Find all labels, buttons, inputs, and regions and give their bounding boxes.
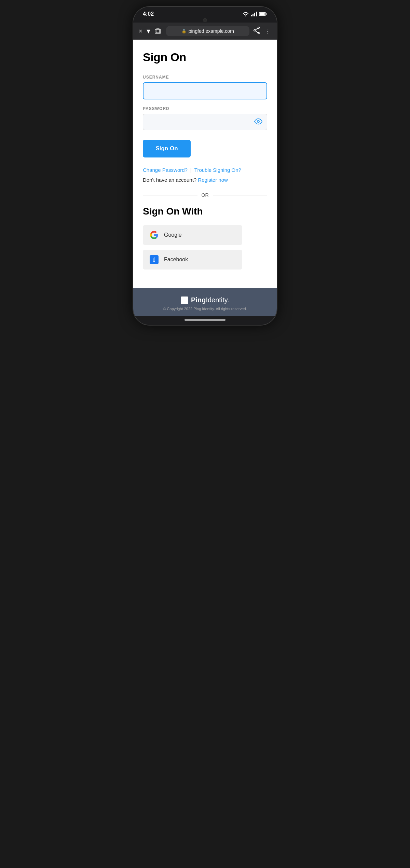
home-bar bbox=[133, 316, 277, 325]
trouble-signing-on-link[interactable]: Trouble Signing On? bbox=[194, 167, 241, 173]
sign-on-button[interactable]: Sign On bbox=[143, 140, 191, 157]
facebook-icon: f bbox=[150, 255, 159, 264]
or-line-left bbox=[143, 195, 197, 195]
toggle-password-button[interactable] bbox=[254, 119, 262, 126]
or-text: OR bbox=[202, 192, 209, 198]
password-input[interactable] bbox=[143, 114, 267, 130]
address-bar[interactable]: 🔒 pingfed.example.com bbox=[166, 26, 249, 36]
page-content: Sign On USERNAME PASSWORD Sign O bbox=[133, 40, 277, 288]
page-title: Sign On bbox=[143, 51, 267, 64]
camera-notch bbox=[133, 19, 277, 23]
dropdown-button[interactable]: ▾ bbox=[147, 27, 150, 35]
svg-line-8 bbox=[255, 31, 258, 33]
password-label: PASSWORD bbox=[143, 106, 267, 111]
or-line-right bbox=[213, 195, 268, 195]
google-icon bbox=[150, 231, 159, 239]
svg-line-9 bbox=[255, 28, 258, 30]
password-field-group: PASSWORD bbox=[143, 106, 267, 130]
phone-frame: 4:02 bbox=[133, 7, 277, 325]
status-time: 4:02 bbox=[143, 11, 154, 17]
facebook-sign-on-button[interactable]: f Facebook bbox=[143, 250, 242, 270]
ping-square-logo bbox=[181, 297, 188, 304]
status-icons bbox=[243, 12, 267, 16]
signal-icon bbox=[251, 12, 257, 16]
or-divider: OR bbox=[143, 192, 267, 198]
svg-rect-1 bbox=[259, 13, 264, 15]
footer: PingIdentity. © Copyright 2022 Ping Iden… bbox=[133, 288, 277, 316]
password-wrapper bbox=[143, 114, 267, 130]
register-row: Don't have an account? Register now bbox=[143, 177, 267, 183]
svg-rect-2 bbox=[266, 13, 267, 14]
change-password-link[interactable]: Change Password? bbox=[143, 167, 188, 173]
google-sign-on-button[interactable]: Google bbox=[143, 225, 242, 245]
ping-brand-text: PingIdentity. bbox=[191, 296, 229, 304]
wifi-icon bbox=[243, 12, 249, 16]
lock-icon: 🔒 bbox=[181, 29, 187, 33]
google-label: Google bbox=[164, 232, 182, 238]
username-input[interactable] bbox=[143, 82, 267, 99]
username-field-group: USERNAME bbox=[143, 75, 267, 106]
no-account-text: Don't have an account? bbox=[143, 177, 196, 183]
copyright-text: © Copyright 2022 Ping Identity. All righ… bbox=[163, 307, 247, 311]
close-button[interactable]: × bbox=[139, 28, 142, 34]
register-now-link[interactable]: Register now bbox=[198, 177, 228, 183]
share-button[interactable] bbox=[254, 27, 260, 36]
ping-logo: PingIdentity. bbox=[181, 296, 229, 304]
battery-icon bbox=[259, 12, 267, 16]
tab-icon bbox=[154, 28, 162, 34]
facebook-label: Facebook bbox=[164, 257, 188, 263]
link-divider: | bbox=[190, 167, 192, 173]
links-row: Change Password? | Trouble Signing On? bbox=[143, 167, 267, 173]
status-bar: 4:02 bbox=[133, 7, 277, 19]
url-text: pingfed.example.com bbox=[189, 28, 234, 34]
username-label: USERNAME bbox=[143, 75, 267, 80]
camera-dot bbox=[203, 18, 207, 22]
eye-icon bbox=[254, 119, 262, 125]
sign-on-with-title: Sign On With bbox=[143, 206, 267, 217]
more-button[interactable]: ⋮ bbox=[264, 27, 271, 35]
svg-point-10 bbox=[257, 121, 259, 123]
browser-bar: × ▾ 🔒 pingfed.example.com ⋮ bbox=[133, 23, 277, 40]
home-indicator bbox=[184, 319, 226, 321]
